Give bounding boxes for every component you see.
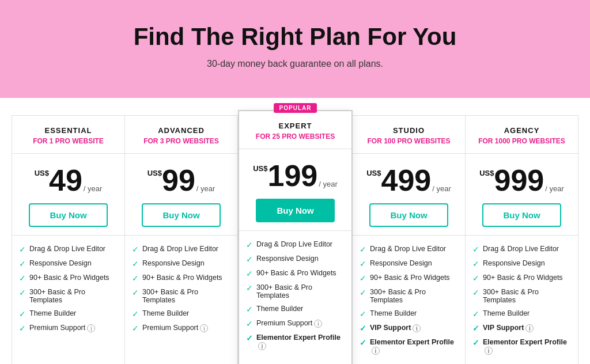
info-icon[interactable]: i [413,324,421,332]
feature-text: 300+ Basic & Pro Templates [370,288,458,304]
feature-text: Theme Builder [483,309,530,317]
check-icon: ✓ [19,274,26,283]
feature-item: ✓ 300+ Basic & Pro Templates [472,288,571,304]
feature-text: VIP Supporti [483,324,534,332]
info-icon[interactable]: i [372,347,380,355]
plan-header-agency: AGENCY FOR 1000 PRO WEBSITES [466,116,578,154]
feature-text: 90+ Basic & Pro Widgets [483,274,563,282]
plan-header-expert: EXPERT FOR 25 PRO WEBSITES [239,111,351,149]
plan-col-agency: AGENCY FOR 1000 PRO WEBSITES US$ 999 / y… [466,116,578,364]
plan-pricing-essential: US$ 49 / year Buy Now [12,154,124,236]
plan-features-expert: ✓ Drag & Drop Live Editor ✓ Responsive D… [239,231,351,364]
popular-badge: POPULAR [274,103,317,113]
info-icon[interactable]: i [485,347,493,355]
plan-header-essential: ESSENTIAL FOR 1 PRO WEBSITE [12,116,124,154]
check-icon: ✓ [360,259,366,268]
feature-text: 90+ Basic & Pro Widgets [29,274,109,282]
check-icon: ✓ [360,324,366,333]
feature-text: 90+ Basic & Pro Widgets [142,274,222,282]
price-wrap-essential: US$ 49 / year [19,165,118,195]
check-icon: ✓ [360,338,366,347]
price-number-advanced: 99 [162,165,195,195]
buy-button-studio[interactable]: Buy Now [369,203,448,227]
currency-essential: US$ [35,169,49,177]
feature-item: ✓ Theme Builder [19,309,118,318]
plan-name-agency: AGENCY [472,126,571,135]
check-icon: ✓ [132,288,139,297]
plan-pricing-expert: US$ 199 / year Buy Now [239,149,351,231]
check-icon: ✓ [360,245,366,254]
plan-name-studio: STUDIO [360,126,458,135]
plan-header-studio: STUDIO FOR 100 PRO WEBSITES [353,116,465,154]
check-icon: ✓ [19,245,26,254]
feature-item: ✓ Responsive Design [19,259,118,268]
check-icon: ✓ [246,333,253,343]
info-icon[interactable]: i [258,342,266,350]
feature-item: ✓ Responsive Design [132,259,230,268]
feature-item: ✓ 300+ Basic & Pro Templates [246,283,345,299]
feature-text: Drag & Drop Live Editor [370,245,446,253]
price-number-agency: 999 [494,165,544,195]
check-icon: ✓ [132,274,139,283]
feature-item: ✓ Responsive Design [472,259,571,268]
buy-button-agency[interactable]: Buy Now [482,203,561,227]
plan-col-essential: ESSENTIAL FOR 1 PRO WEBSITE US$ 49 / yea… [12,116,125,364]
check-icon: ✓ [19,288,26,297]
plan-features-essential: ✓ Drag & Drop Live Editor ✓ Responsive D… [12,236,124,350]
feature-text: Responsive Design [370,259,432,267]
plan-subtitle-advanced: FOR 3 PRO WEBSITES [132,137,230,145]
check-icon: ✓ [132,245,139,254]
feature-text: Elementor Expert Profilei [483,338,571,355]
info-icon[interactable]: i [87,324,95,332]
feature-text: Theme Builder [142,309,189,317]
info-icon[interactable]: i [200,324,208,332]
per-year-expert: / year [319,180,338,188]
currency-advanced: US$ [148,169,162,177]
feature-item: ✓ Premium Supporti [132,324,230,333]
info-icon[interactable]: i [314,320,322,328]
feature-item: ✓ Theme Builder [246,305,345,314]
buy-button-expert[interactable]: Buy Now [256,199,335,222]
plan-subtitle-agency: FOR 1000 PRO WEBSITES [472,137,571,145]
feature-item: ✓ VIP Supporti [472,324,571,333]
feature-text: 300+ Basic & Pro Templates [256,283,345,299]
buy-button-essential[interactable]: Buy Now [29,203,108,227]
plans-section: ESSENTIAL FOR 1 PRO WEBSITE US$ 49 / yea… [0,98,590,364]
check-icon: ✓ [19,324,26,333]
feature-item: ✓ VIP Supporti [360,324,458,333]
feature-item: ✓ Elementor Expert Profilei [472,338,571,355]
check-icon: ✓ [472,288,479,297]
check-icon: ✓ [360,274,366,283]
per-year-advanced: / year [196,184,215,193]
feature-text: Responsive Design [29,259,92,267]
price-wrap-expert: US$ 199 / year [246,161,345,191]
feature-item: ✓ Premium Supporti [246,319,345,328]
currency-studio: US$ [366,169,381,177]
check-icon: ✓ [132,324,139,333]
feature-text: Theme Builder [370,309,417,317]
feature-item: ✓ Drag & Drop Live Editor [472,245,571,254]
info-icon[interactable]: i [525,324,534,332]
feature-item: ✓ Drag & Drop Live Editor [132,245,230,254]
hero-subtitle: 30-day money back guarantee on all plans… [12,59,578,69]
buy-button-advanced[interactable]: Buy Now [142,203,221,227]
plan-subtitle-essential: FOR 1 PRO WEBSITE [19,137,118,145]
feature-text: Premium Supporti [142,324,208,332]
plan-col-expert: POPULAR EXPERT FOR 25 PRO WEBSITES US$ 1… [238,110,353,364]
feature-item: ✓ 90+ Basic & Pro Widgets [132,274,230,283]
check-icon: ✓ [360,288,366,297]
plan-features-agency: ✓ Drag & Drop Live Editor ✓ Responsive D… [466,236,578,364]
feature-text: Responsive Design [256,255,319,263]
feature-text: Responsive Design [142,259,205,267]
feature-text: 90+ Basic & Pro Widgets [256,269,336,277]
feature-item: ✓ 300+ Basic & Pro Templates [19,288,118,304]
feature-text: 300+ Basic & Pro Templates [29,288,118,304]
feature-item: ✓ 90+ Basic & Pro Widgets [19,274,118,283]
check-icon: ✓ [19,259,26,268]
feature-text: Drag & Drop Live Editor [256,240,332,248]
feature-item: ✓ Responsive Design [246,255,345,264]
plan-col-studio: STUDIO FOR 100 PRO WEBSITES US$ 499 / ye… [353,116,466,364]
feature-text: 300+ Basic & Pro Templates [483,288,571,304]
feature-item: ✓ Drag & Drop Live Editor [360,245,458,254]
check-icon: ✓ [246,240,253,249]
